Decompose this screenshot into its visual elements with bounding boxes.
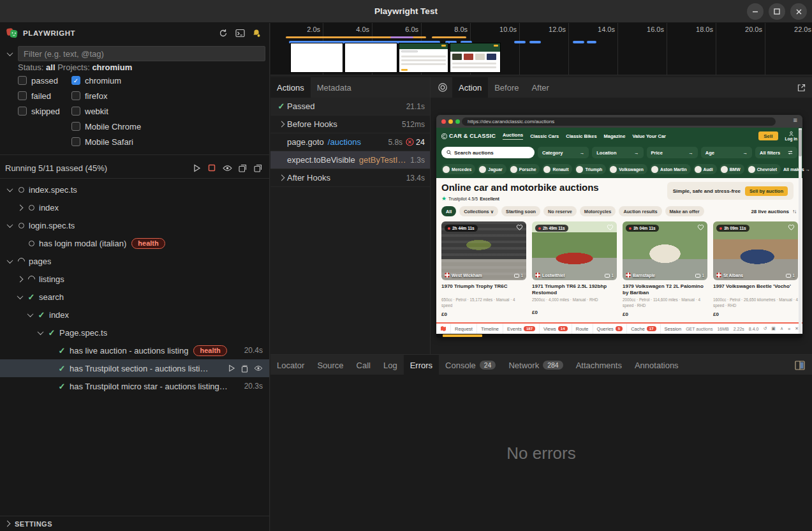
filter-passed[interactable]: passed — [18, 73, 60, 88]
list-icon: ≡ — [788, 327, 790, 331]
checkbox-unchecked[interactable] — [18, 107, 27, 116]
collapse-all-button[interactable] — [236, 161, 249, 174]
output-terminal-button[interactable] — [233, 27, 246, 40]
checkbox-unchecked[interactable] — [18, 91, 27, 100]
make-label: Renault — [552, 167, 568, 172]
action-row-expect-selected[interactable]: expect.toBeVisible getByTestI… 1.3s — [270, 151, 430, 169]
run-test-button[interactable] — [228, 364, 235, 372]
filmstrip-frame[interactable] — [291, 43, 343, 72]
reload-button[interactable] — [217, 27, 230, 40]
toggle-panel-layout-button[interactable] — [794, 359, 806, 371]
tab-annotations[interactable]: Annotations — [628, 355, 685, 375]
minimize-button[interactable] — [747, 3, 764, 20]
expand-toggle[interactable] — [14, 291, 26, 303]
filmstrip-frame[interactable] — [450, 43, 500, 72]
tab-source[interactable]: Source — [311, 355, 350, 375]
tree-row-folder[interactable]: ✓ search — [0, 288, 269, 306]
tab-console[interactable]: Console24 — [439, 355, 502, 375]
filmstrip-frame[interactable] — [345, 43, 397, 72]
chevron-right-icon — [278, 175, 284, 181]
expand-toggle[interactable] — [14, 202, 26, 213]
timeline[interactable]: 2.0s 4.0s 6.0s 8.0s 10.0s 12.0s 14.0s 16… — [270, 23, 812, 75]
settings-section-toggle[interactable]: SETTINGS — [0, 516, 269, 531]
tab-action[interactable]: Action — [452, 77, 488, 98]
tree-row-file[interactable]: index.spec.ts — [0, 181, 269, 198]
tab-call[interactable]: Call — [350, 355, 377, 375]
filter-collapse-toggle[interactable] — [4, 48, 15, 59]
expand-toggle[interactable] — [14, 273, 26, 285]
project-firefox[interactable]: firefox — [71, 88, 141, 103]
tab-network[interactable]: Network284 — [502, 355, 569, 375]
copy-stack-plus-icon — [254, 164, 262, 172]
make-logo-icon — [479, 166, 486, 173]
tree-row-test[interactable]: ✓ has live auction - auctions listing he… — [0, 341, 269, 359]
watch-test-button[interactable] — [254, 365, 263, 371]
filmstrip-frame[interactable] — [399, 43, 448, 72]
filter-skipped[interactable]: skipped — [18, 103, 60, 119]
tab-log[interactable]: Log — [377, 355, 404, 375]
tree-item-label: has Trustpilot micro star - auctions lis… — [70, 382, 228, 391]
tab-before[interactable]: Before — [488, 77, 525, 98]
action-row-before-hooks[interactable]: Before Hooks 512ms — [270, 116, 430, 133]
tree-row-test[interactable]: has login modal (italian) health — [0, 234, 269, 252]
expand-toggle[interactable] — [34, 327, 46, 338]
expand-toggle[interactable] — [24, 309, 36, 320]
pick-locator-button[interactable] — [437, 82, 448, 93]
timeline-tick: 2.0s — [288, 26, 320, 33]
tab-label: Console — [445, 361, 476, 370]
expand-all-button[interactable] — [251, 161, 264, 174]
open-external-button[interactable] — [795, 82, 807, 93]
filter-failed[interactable]: failed — [18, 88, 60, 103]
watch-all-button[interactable] — [221, 161, 233, 174]
stop-button[interactable] — [205, 161, 218, 174]
close-button[interactable] — [790, 3, 807, 20]
run-all-button[interactable] — [190, 161, 203, 174]
expand-toggle[interactable] — [276, 119, 287, 130]
tab-locator[interactable]: Locator — [270, 355, 311, 375]
tab-errors[interactable]: Errors — [404, 355, 439, 375]
filter-input[interactable] — [18, 46, 265, 61]
trustpilot-rating: Excellent — [480, 197, 499, 201]
auction-title: 1970 Triumph Trophy TR6C — [441, 283, 526, 297]
site-all-filters: All filters — [755, 147, 797, 158]
tree-row-folder[interactable]: pages — [0, 252, 269, 270]
test-passed-icon: ✓ — [56, 380, 68, 392]
expand-toggle[interactable] — [4, 255, 15, 267]
tab-actions[interactable]: Actions — [270, 77, 311, 98]
tree-row-file[interactable]: ✓ Page.spec.ts — [0, 324, 269, 341]
tree-row-test-selected[interactable]: ✓ has Trustpilot section - auctions list… — [0, 359, 269, 377]
action-row-status[interactable]: ✓ Passed 21.1s — [270, 98, 430, 116]
tree-row-test[interactable]: ✓ has Trustpilot micro star - auctions l… — [0, 377, 269, 395]
checkbox-unchecked[interactable] — [71, 107, 80, 116]
tree-row-folder[interactable]: ✓ index — [0, 306, 269, 324]
project-webkit[interactable]: webkit — [71, 103, 141, 119]
notifications-button[interactable] — [250, 27, 263, 40]
expand-toggle[interactable] — [4, 184, 15, 195]
checkbox-label: firefox — [85, 91, 107, 101]
checkbox-unchecked[interactable] — [71, 137, 80, 146]
project-chromium[interactable]: ✓chromium — [71, 73, 141, 88]
tab-attachments[interactable]: Attachments — [570, 355, 628, 375]
action-row-page-goto[interactable]: page.goto /auctions 5.8s 24 — [270, 133, 430, 151]
tab-metadata[interactable]: Metadata — [311, 77, 358, 98]
page-snapshot[interactable]: https://dev.carandclassic.com/auctions ≡… — [436, 115, 802, 338]
expand-toggle[interactable] — [4, 220, 15, 231]
tab-after[interactable]: After — [525, 77, 555, 98]
copy-button[interactable] — [240, 364, 249, 373]
checkbox-unchecked[interactable] — [71, 91, 80, 100]
checkbox-unchecked[interactable] — [71, 122, 80, 131]
test-pending-icon — [26, 202, 37, 213]
maximize-button[interactable] — [769, 3, 785, 20]
location-badge: West Wickham — [445, 273, 482, 278]
checkbox-checked[interactable]: ✓ — [71, 76, 80, 85]
project-mobile-safari[interactable]: Mobile Safari — [71, 134, 141, 149]
project-mobile-chrome[interactable]: Mobile Chrome — [71, 119, 141, 134]
projects-label: Projects: — [57, 63, 90, 72]
checkbox-unchecked[interactable] — [18, 76, 27, 85]
tree-row-file[interactable]: login.spec.ts — [0, 216, 269, 234]
tree-row-folder[interactable]: listings — [0, 270, 269, 288]
expand-toggle[interactable] — [276, 172, 287, 184]
play-icon — [228, 364, 235, 372]
action-row-after-hooks[interactable]: After Hooks 13.4s — [270, 169, 430, 187]
tree-row-suite[interactable]: index — [0, 198, 269, 216]
